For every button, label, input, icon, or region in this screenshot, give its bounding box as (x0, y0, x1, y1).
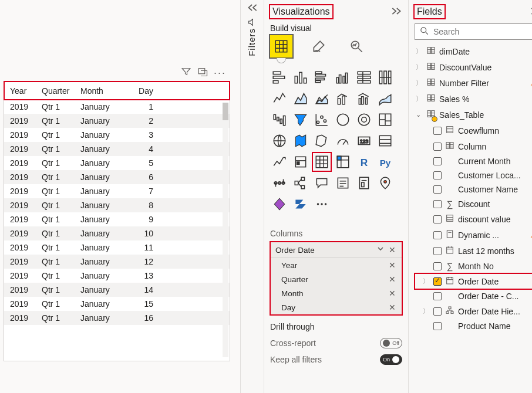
table-node[interactable]: 〉Number Filter⚠ (415, 75, 532, 91)
field-checkbox[interactable] (433, 215, 442, 223)
viz-100bar[interactable] (355, 68, 373, 87)
viz-kpi[interactable] (270, 153, 289, 171)
field-node[interactable]: Customer Loca... (415, 168, 532, 182)
viz-waterfall[interactable] (270, 110, 289, 129)
chevron-icon[interactable]: 〉 (423, 277, 430, 286)
more-options-icon[interactable]: ··· (214, 67, 226, 78)
scrollbar[interactable] (223, 103, 228, 357)
field-node[interactable]: discount value (415, 211, 532, 227)
table-node[interactable]: 〉Sales % (415, 91, 532, 107)
field-checkbox[interactable] (433, 143, 442, 151)
remove-field-icon[interactable]: ✕ (388, 275, 397, 284)
field-checkbox[interactable] (433, 292, 442, 300)
field-checkbox[interactable] (433, 127, 442, 135)
col-header-day[interactable]: Day (127, 86, 153, 96)
chevron-right-icon[interactable]: 〉 (416, 47, 423, 56)
viz-multi-card[interactable] (376, 131, 395, 150)
chevron-down-icon[interactable] (377, 245, 384, 255)
viz-r[interactable]: R (355, 153, 373, 171)
table-row[interactable]: 2019Qtr 1January9 (4, 212, 230, 226)
fields-search[interactable] (415, 23, 532, 40)
viz-key-infl[interactable] (270, 174, 289, 192)
chevron-right-icon[interactable]: 〉 (416, 63, 423, 72)
report-canvas[interactable]: ··· Year Quarter Month Day 2019Qtr 1Janu… (0, 0, 241, 393)
field-checkbox[interactable] (433, 171, 442, 179)
viz-map[interactable] (270, 131, 289, 150)
table-row[interactable]: 2019Qtr 1January1 (4, 100, 230, 114)
field-checkbox[interactable] (433, 247, 442, 255)
field-node[interactable]: 〉Order Date Hie... (415, 303, 532, 319)
table-row[interactable]: 2019Qtr 1January5 (4, 156, 230, 170)
analytics-tab[interactable] (345, 35, 368, 57)
filters-pane[interactable]: Filters (241, 0, 264, 393)
field-node[interactable]: Last 12 months (415, 243, 532, 259)
viz-filled-map[interactable] (291, 131, 310, 150)
viz-line[interactable] (270, 89, 289, 108)
viz-smart[interactable] (334, 174, 352, 192)
viz-stacked-bar[interactable] (270, 68, 289, 87)
viz-100col[interactable] (376, 68, 395, 87)
columns-well[interactable]: Order Date ✕ Year✕Quarter✕Month✕Day✕ (270, 242, 402, 315)
table-row[interactable]: 2019Qtr 1January2 (4, 114, 230, 128)
viz-arcgis[interactable] (376, 174, 395, 192)
field-node[interactable]: ∑Discount (415, 196, 532, 211)
viz-pie[interactable] (334, 110, 352, 129)
viz-donut[interactable] (355, 110, 373, 129)
table-row[interactable]: 2019Qtr 1January10 (4, 226, 230, 240)
field-node[interactable]: ∑Month No (415, 259, 532, 273)
viz-more[interactable] (312, 195, 331, 214)
well-item[interactable]: Year✕ (271, 258, 402, 272)
field-checkbox[interactable] (433, 262, 442, 270)
table-row[interactable]: 2019Qtr 1January12 (4, 255, 230, 269)
collapse-filters-icon[interactable] (241, 4, 264, 12)
viz-slicer[interactable] (291, 153, 310, 171)
format-visual-tab[interactable] (308, 35, 330, 57)
table-row[interactable]: 2019Qtr 1January16 (4, 311, 230, 325)
viz-combo1[interactable] (334, 89, 352, 108)
viz-gauge[interactable] (334, 131, 352, 150)
viz-clustered-col[interactable] (334, 68, 352, 87)
viz-automate[interactable] (291, 195, 310, 214)
focus-mode-icon[interactable] (197, 66, 208, 79)
viz-card[interactable]: 123 (355, 131, 373, 150)
expand-viz-icon[interactable] (390, 7, 402, 17)
viz-funnel[interactable] (291, 110, 310, 129)
well-field-header[interactable]: Order Date ✕ (271, 242, 402, 258)
viz-qna[interactable] (312, 174, 331, 192)
field-node[interactable]: Coewflumn (415, 123, 532, 138)
well-item[interactable]: Quarter✕ (271, 272, 402, 286)
viz-ribbon[interactable] (376, 89, 395, 108)
field-checkbox[interactable] (433, 231, 442, 239)
chevron-right-icon[interactable]: 〉 (416, 79, 423, 87)
field-node[interactable]: Current Month (415, 154, 532, 168)
table-row[interactable]: 2019Qtr 1January13 (4, 269, 230, 283)
field-checkbox[interactable] (433, 322, 442, 330)
table-node[interactable]: 〉DiscountValue (415, 59, 532, 75)
table-row[interactable]: 2019Qtr 1January6 (4, 170, 230, 184)
well-item[interactable]: Day✕ (271, 300, 402, 314)
viz-area[interactable] (291, 89, 310, 108)
well-remove-header[interactable]: ✕ (388, 245, 397, 255)
cross-report-toggle[interactable]: Off (380, 338, 402, 348)
remove-field-icon[interactable]: ✕ (388, 260, 397, 270)
viz-scatter[interactable] (312, 110, 331, 129)
field-checkbox[interactable] (433, 200, 442, 208)
build-visual-tab[interactable] (270, 35, 292, 57)
field-node[interactable]: Column (415, 138, 532, 154)
table-body[interactable]: 2019Qtr 1January12019Qtr 1January22019Qt… (4, 100, 230, 359)
viz-clustered-bar[interactable] (312, 68, 331, 87)
table-visual[interactable]: ··· Year Quarter Month Day 2019Qtr 1Janu… (4, 81, 230, 361)
well-item[interactable]: Month✕ (271, 286, 402, 300)
table-row[interactable]: 2019Qtr 1January14 (4, 283, 230, 297)
viz-decomp[interactable] (291, 174, 310, 192)
table-row[interactable]: 2019Qtr 1January4 (4, 142, 230, 156)
col-header-quarter[interactable]: Quarter (42, 86, 80, 96)
filter-icon[interactable] (181, 66, 191, 79)
field-node[interactable]: Customer Name (415, 182, 532, 196)
field-node[interactable]: 〉Order Date (415, 273, 532, 289)
table-row[interactable]: 2019Qtr 1January8 (4, 198, 230, 212)
field-checkbox[interactable] (433, 157, 442, 165)
table-row[interactable]: 2019Qtr 1January15 (4, 297, 230, 311)
table-node[interactable]: 〉dimDate (415, 43, 532, 59)
search-input[interactable] (433, 27, 532, 36)
